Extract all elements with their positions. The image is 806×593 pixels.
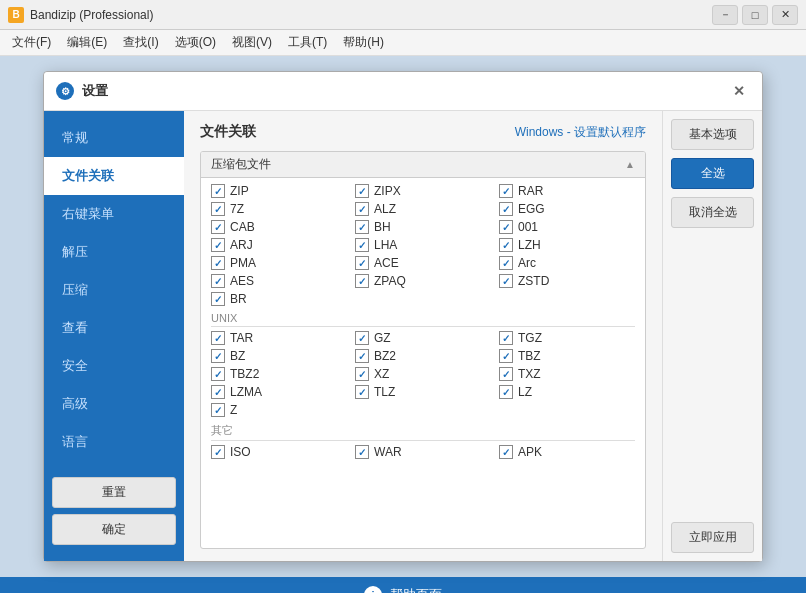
checkbox-iso[interactable] — [211, 445, 225, 459]
file-item-001[interactable]: 001 — [499, 220, 635, 234]
file-item-apk[interactable]: APK — [499, 445, 635, 459]
checkbox-arj[interactable] — [211, 238, 225, 252]
file-item-arc[interactable]: Arc — [499, 256, 635, 270]
file-item-xz[interactable]: XZ — [355, 367, 491, 381]
close-button[interactable]: ✕ — [772, 5, 798, 25]
reset-button[interactable]: 重置 — [52, 477, 176, 508]
file-item-7z[interactable]: 7Z — [211, 202, 347, 216]
sidebar-item-language[interactable]: 语言 — [44, 423, 184, 461]
bottom-bar-text[interactable]: 帮助页面 — [390, 586, 442, 593]
file-item-z[interactable]: Z — [211, 403, 347, 417]
checkbox-bh[interactable] — [355, 220, 369, 234]
checkbox-zstd[interactable] — [499, 274, 513, 288]
checkbox-tar[interactable] — [211, 331, 225, 345]
file-item-lha[interactable]: LHA — [355, 238, 491, 252]
checkbox-apk[interactable] — [499, 445, 513, 459]
file-item-aes[interactable]: AES — [211, 274, 347, 288]
file-item-cab[interactable]: CAB — [211, 220, 347, 234]
sidebar-item-advanced[interactable]: 高级 — [44, 385, 184, 423]
file-list-scroll[interactable]: ZIP ZIPX RAR — [201, 178, 645, 548]
menu-help[interactable]: 帮助(H) — [335, 32, 392, 53]
file-item-war[interactable]: WAR — [355, 445, 491, 459]
checkbox-egg[interactable] — [499, 202, 513, 216]
file-item-zipx[interactable]: ZIPX — [355, 184, 491, 198]
file-item-lzh[interactable]: LZH — [499, 238, 635, 252]
checkbox-lzh[interactable] — [499, 238, 513, 252]
file-item-arj[interactable]: ARJ — [211, 238, 347, 252]
file-item-tgz[interactable]: TGZ — [499, 331, 635, 345]
menu-file[interactable]: 文件(F) — [4, 32, 59, 53]
file-item-tlz[interactable]: TLZ — [355, 385, 491, 399]
confirm-button[interactable]: 确定 — [52, 514, 176, 545]
basic-options-button[interactable]: 基本选项 — [671, 119, 754, 150]
file-item-bz[interactable]: BZ — [211, 349, 347, 363]
file-item-tbz[interactable]: TBZ — [499, 349, 635, 363]
checkbox-br[interactable] — [211, 292, 225, 306]
menu-view[interactable]: 视图(V) — [224, 32, 280, 53]
menu-edit[interactable]: 编辑(E) — [59, 32, 115, 53]
windows-default-link[interactable]: Windows - 设置默认程序 — [515, 124, 646, 141]
maximize-button[interactable]: □ — [742, 5, 768, 25]
sidebar-item-extract[interactable]: 解压 — [44, 233, 184, 271]
checkbox-tbz2[interactable] — [211, 367, 225, 381]
file-item-zip[interactable]: ZIP — [211, 184, 347, 198]
scroll-up-icon[interactable]: ▲ — [625, 159, 635, 170]
checkbox-war[interactable] — [355, 445, 369, 459]
checkbox-bz[interactable] — [211, 349, 225, 363]
file-item-egg[interactable]: EGG — [499, 202, 635, 216]
checkbox-tbz[interactable] — [499, 349, 513, 363]
checkbox-gz[interactable] — [355, 331, 369, 345]
file-item-zpaq[interactable]: ZPAQ — [355, 274, 491, 288]
checkbox-tlz[interactable] — [355, 385, 369, 399]
file-item-alz[interactable]: ALZ — [355, 202, 491, 216]
checkbox-z[interactable] — [211, 403, 225, 417]
checkbox-bz2[interactable] — [355, 349, 369, 363]
checkbox-pma[interactable] — [211, 256, 225, 270]
file-item-pma[interactable]: PMA — [211, 256, 347, 270]
menu-options[interactable]: 选项(O) — [167, 32, 224, 53]
checkbox-lha[interactable] — [355, 238, 369, 252]
apply-button[interactable]: 立即应用 — [671, 522, 754, 553]
minimize-button[interactable]: － — [712, 5, 738, 25]
select-all-button[interactable]: 全选 — [671, 158, 754, 189]
file-item-bz2[interactable]: BZ2 — [355, 349, 491, 363]
file-item-txz[interactable]: TXZ — [499, 367, 635, 381]
sidebar-item-view[interactable]: 查看 — [44, 309, 184, 347]
checkbox-cab[interactable] — [211, 220, 225, 234]
file-item-lzma[interactable]: LZMA — [211, 385, 347, 399]
checkbox-alz[interactable] — [355, 202, 369, 216]
checkbox-xz[interactable] — [355, 367, 369, 381]
sidebar-item-context-menu[interactable]: 右键菜单 — [44, 195, 184, 233]
sidebar-item-compress[interactable]: 压缩 — [44, 271, 184, 309]
deselect-all-button[interactable]: 取消全选 — [671, 197, 754, 228]
dialog-close-button[interactable]: ✕ — [728, 80, 750, 102]
checkbox-lzma[interactable] — [211, 385, 225, 399]
menu-search[interactable]: 查找(I) — [115, 32, 166, 53]
checkbox-7z[interactable] — [211, 202, 225, 216]
checkbox-txz[interactable] — [499, 367, 513, 381]
checkbox-rar[interactable] — [499, 184, 513, 198]
checkbox-lz[interactable] — [499, 385, 513, 399]
sidebar-item-file-assoc[interactable]: 文件关联 — [44, 157, 184, 195]
file-item-bh[interactable]: BH — [355, 220, 491, 234]
checkbox-tgz[interactable] — [499, 331, 513, 345]
menu-tools[interactable]: 工具(T) — [280, 32, 335, 53]
checkbox-zpaq[interactable] — [355, 274, 369, 288]
sidebar-item-security[interactable]: 安全 — [44, 347, 184, 385]
file-item-rar[interactable]: RAR — [499, 184, 635, 198]
checkbox-ace[interactable] — [355, 256, 369, 270]
file-item-iso[interactable]: ISO — [211, 445, 347, 459]
file-item-tar[interactable]: TAR — [211, 331, 347, 345]
checkbox-001[interactable] — [499, 220, 513, 234]
file-item-lz[interactable]: LZ — [499, 385, 635, 399]
checkbox-aes[interactable] — [211, 274, 225, 288]
checkbox-zipx[interactable] — [355, 184, 369, 198]
file-item-br[interactable]: BR — [211, 292, 347, 306]
checkbox-arc[interactable] — [499, 256, 513, 270]
file-item-gz[interactable]: GZ — [355, 331, 491, 345]
file-item-tbz2[interactable]: TBZ2 — [211, 367, 347, 381]
checkbox-zip[interactable] — [211, 184, 225, 198]
sidebar-item-general[interactable]: 常规 — [44, 119, 184, 157]
file-item-zstd[interactable]: ZSTD — [499, 274, 635, 288]
file-item-ace[interactable]: ACE — [355, 256, 491, 270]
